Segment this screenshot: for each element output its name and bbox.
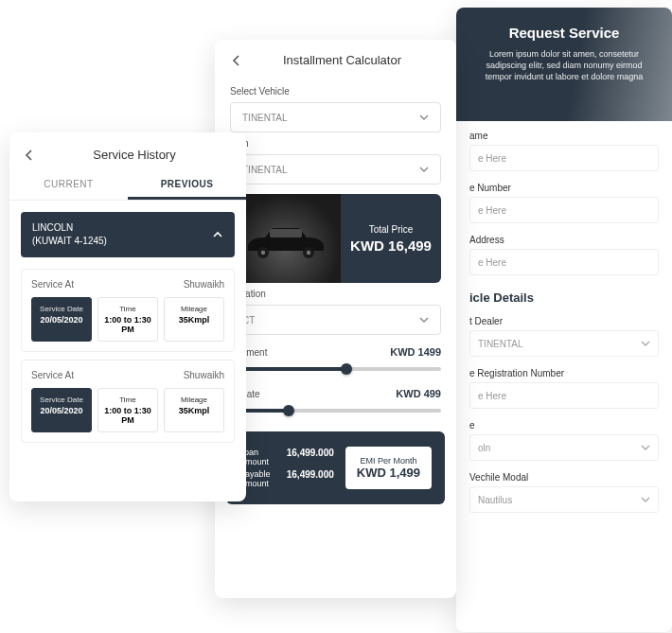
payable-amount-value: 16,499.000 <box>287 469 334 488</box>
select-trim[interactable]: TINENTAL <box>230 154 441 185</box>
tabs: CURRENT PREVIOUS <box>9 171 246 201</box>
emi-box: EMI Per Month KWD 1,499 <box>345 447 432 489</box>
loan-amount-label: Loan Amount <box>239 448 287 466</box>
select-trim-label: Trim <box>230 138 441 149</box>
model-label: Vechile Modal <box>469 472 659 483</box>
interest-rate-slider[interactable] <box>230 403 441 418</box>
chevron-down-icon <box>641 495 650 504</box>
duration-label: Duration <box>230 289 441 299</box>
service-at-label: Service At <box>31 370 74 380</box>
svg-point-3 <box>260 251 264 255</box>
service-mileage-box: Mileage35Kmpl <box>164 388 224 432</box>
service-date-box: Service Date20/05/2020 <box>31 297 92 342</box>
emi-value: KWD 1,499 <box>357 466 420 480</box>
chevron-up-icon <box>212 229 223 240</box>
address-label: Address <box>469 235 659 245</box>
name-input[interactable]: e Here <box>469 145 659 171</box>
emi-label: EMI Per Month <box>357 456 420 466</box>
vehicle-plate: (KUWAIT 4-1245) <box>32 235 107 248</box>
chevron-down-icon <box>641 443 650 452</box>
chevron-down-icon <box>419 165 429 174</box>
service-row: Service AtShuwaikhService Date20/05/2020… <box>21 360 235 443</box>
reg-label: e Registration Number <box>469 368 659 378</box>
down-payment-slider[interactable] <box>230 361 441 377</box>
dealer-select[interactable]: TINENTAL <box>469 330 659 357</box>
interest-rate-value: KWD 499 <box>396 388 441 399</box>
model-select[interactable]: Nautilus <box>469 486 659 513</box>
service-row: Service AtShuwaikhService Date20/05/2020… <box>21 269 235 352</box>
dealer-label: t Dealer <box>469 316 659 326</box>
vehicle-details-title: icle Details <box>456 277 672 307</box>
back-button[interactable] <box>23 149 36 162</box>
select-vehicle[interactable]: TINENTAL <box>230 102 441 132</box>
reg-input[interactable]: e Here <box>469 382 659 409</box>
chevron-down-icon <box>419 315 429 325</box>
request-desc: Lorem ipsum dolor sit amen, consetetur s… <box>475 48 653 82</box>
make-label: e <box>469 420 659 431</box>
address-input[interactable]: e Here <box>469 249 659 275</box>
chevron-down-icon <box>641 339 650 348</box>
phone-input[interactable]: e Here <box>469 197 659 223</box>
loan-amount-value: 16,499.000 <box>287 448 334 466</box>
service-date-box: Service Date20/05/2020 <box>31 388 92 432</box>
name-label: ame <box>469 131 659 141</box>
svg-point-4 <box>306 251 309 255</box>
tab-current[interactable]: CURRENT <box>9 171 128 200</box>
request-header: Request Service Lorem ipsum dolor sit am… <box>456 8 672 121</box>
vehicle-brand: LINCOLN <box>32 221 107 235</box>
total-price-label: Total Price <box>369 224 414 235</box>
payable-amount-label: Payable Amount <box>239 469 287 488</box>
make-select[interactable]: oln <box>469 434 659 461</box>
tab-previous[interactable]: PREVIOUS <box>128 171 246 200</box>
price-box: Total Price KWD 16,499 <box>230 194 441 283</box>
total-price-value: KWD 16,499 <box>350 237 432 254</box>
service-at-value: Shuwaikh <box>184 370 224 380</box>
service-mileage-box: Mileage35Kmpl <box>164 297 224 342</box>
service-at-label: Service At <box>31 279 74 290</box>
service-time-box: Time1:00 to 1:30 PM <box>97 388 158 432</box>
request-title: Request Service <box>475 25 653 41</box>
service-history-card: Service History CURRENT PREVIOUS LINCOLN… <box>9 132 246 501</box>
chevron-down-icon <box>419 113 429 122</box>
back-button[interactable] <box>230 54 243 67</box>
installment-calculator-card: Installment Calculator Select Vehicle TI… <box>215 40 456 598</box>
summary-box: Loan Amount16,499.000 Payable Amount16,4… <box>226 431 445 504</box>
service-time-box: Time1:00 to 1:30 PM <box>97 297 158 342</box>
svg-rect-0 <box>270 229 302 237</box>
calc-title: Installment Calculator <box>243 53 441 67</box>
request-service-card: Request Service Lorem ipsum dolor sit am… <box>456 8 672 632</box>
phone-label: e Number <box>469 183 659 193</box>
down-payment-value: KWD 1499 <box>390 346 441 358</box>
history-title: Service History <box>36 148 233 162</box>
vehicle-accordion[interactable]: LINCOLN(KUWAIT 4-1245) <box>21 212 235 257</box>
duration-select[interactable]: CT <box>230 305 441 335</box>
select-vehicle-label: Select Vehicle <box>230 86 441 97</box>
service-at-value: Shuwaikh <box>184 279 224 290</box>
vehicle-image <box>230 194 341 283</box>
